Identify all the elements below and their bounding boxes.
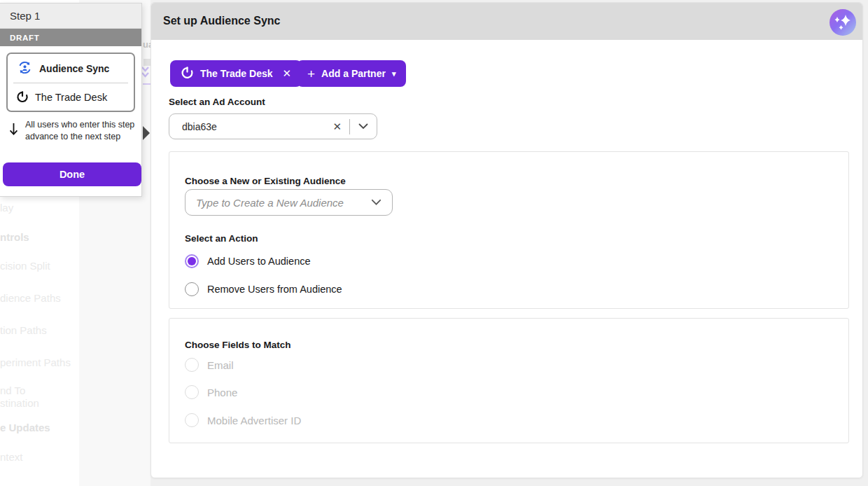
faded-menu-item: ntrols (0, 231, 29, 244)
choose-audience-label: Choose a New or Existing Audience (185, 176, 346, 186)
audience-select-placeholder: Type to Create a New Audience (196, 197, 344, 209)
checkbox-disabled-icon (185, 358, 199, 372)
audience-sync-panel: Set up Audience Sync (150, 2, 863, 478)
step-node-card[interactable]: Audience Sync The Trade Desk (6, 53, 135, 112)
step-note: All users who enter this step advance to… (25, 119, 134, 143)
faded-menu-item: tion Paths (0, 324, 47, 337)
fields-section: Choose Fields to Match Email Phone Mobil… (169, 318, 849, 443)
field-option-phone: Phone (185, 385, 237, 399)
add-partner-button[interactable]: + Add a Partner ▾ (297, 60, 406, 87)
faded-menu-item: dience Paths (0, 292, 61, 305)
fields-label: Choose Fields to Match (185, 340, 291, 350)
faded-menu-item: periment Paths (0, 356, 71, 369)
checkbox-disabled-icon (185, 413, 199, 427)
faded-menu-item: nd To stination (0, 384, 39, 410)
step-label: Step 1 (10, 10, 40, 22)
radio-remove-users[interactable]: Remove Users from Audience (185, 282, 342, 296)
field-option-maid: Mobile Advertiser ID (185, 413, 301, 427)
status-badge: DRAFT (0, 29, 141, 46)
audience-section: Choose a New or Existing Audience Type t… (169, 151, 849, 309)
radio-unselected-icon (185, 282, 199, 296)
chip-close-icon[interactable]: ✕ (283, 67, 292, 80)
partner-chip-label: The Trade Desk (200, 68, 273, 79)
arrow-down-icon (8, 122, 19, 140)
node-title: Audience Sync (39, 63, 109, 74)
step-popover: Step 1 DRAFT (0, 3, 142, 197)
radio-add-users[interactable]: Add Users to Audience (185, 254, 311, 268)
faded-menu-item: e Updates (0, 422, 50, 434)
done-button[interactable]: Done (3, 162, 141, 186)
panel-header: Set up Audience Sync (151, 3, 862, 40)
caret-down-icon: ▾ (392, 69, 396, 78)
chevron-down-icon (371, 196, 382, 209)
node-title-row: Audience Sync (8, 54, 134, 83)
chevron-down-icon[interactable] (350, 123, 377, 130)
step-note-line2: advance to the next step (25, 131, 134, 143)
field-option-email: Email (185, 358, 234, 372)
field-option-label: Email (207, 359, 234, 371)
faded-menu-item: ntext (0, 451, 23, 464)
ad-account-label: Select an Ad Account (169, 97, 265, 107)
status-badge-label: DRAFT (10, 34, 39, 42)
step-note-line1: All users who enter this step (25, 119, 134, 131)
ai-sparkle-button[interactable] (830, 9, 856, 36)
trade-desk-icon (16, 90, 29, 105)
node-subtitle: The Trade Desk (35, 92, 107, 103)
node-pointer-arrow (143, 126, 150, 140)
node-subtitle-row: The Trade Desk (8, 83, 134, 111)
radio-selected-icon (185, 254, 199, 268)
field-option-label: Phone (207, 387, 237, 398)
field-option-label: Mobile Advertiser ID (207, 415, 301, 426)
step-header: Step 1 (0, 4, 141, 29)
radio-label: Add Users to Audience (207, 256, 311, 267)
faded-menu-item: lay (0, 202, 13, 214)
audience-sync-icon (18, 60, 32, 77)
page: lay ntrols cision Split dience Paths tio… (0, 0, 868, 486)
audience-select[interactable]: Type to Create a New Audience (185, 189, 393, 216)
trade-desk-icon (181, 66, 194, 81)
sparkle-icon (830, 27, 856, 38)
faded-menu-item: cision Split (0, 260, 50, 272)
plus-icon: + (307, 67, 315, 81)
clear-icon[interactable]: ✕ (325, 120, 349, 133)
select-action-label: Select an Action (185, 233, 258, 244)
add-partner-label: Add a Partner (321, 68, 386, 79)
ad-account-value: dbia63e (182, 121, 325, 132)
canvas-fragment-dash (143, 83, 150, 85)
ad-account-combobox[interactable]: dbia63e ✕ (169, 113, 377, 139)
panel-title: Set up Audience Sync (163, 15, 280, 27)
partner-chip-trade-desk[interactable]: The Trade Desk ✕ (170, 60, 302, 87)
checkbox-disabled-icon (185, 385, 199, 399)
radio-label: Remove Users from Audience (207, 284, 342, 295)
